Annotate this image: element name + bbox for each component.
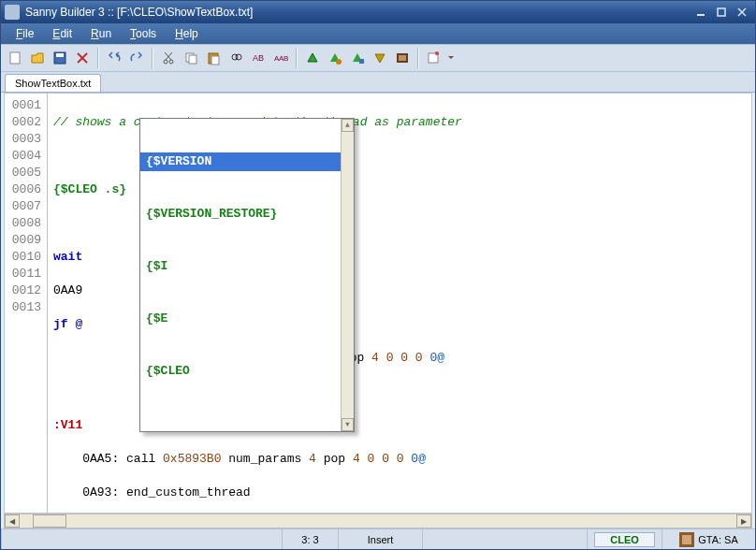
line-number: 0006: [5, 181, 41, 198]
line-number: 0003: [5, 131, 41, 148]
autocomplete-item[interactable]: {$CLEO: [140, 362, 354, 381]
options-dropdown-icon[interactable]: [446, 48, 456, 68]
code-indent: [53, 485, 82, 499]
svg-rect-4: [10, 52, 20, 64]
maximize-button[interactable]: [712, 6, 731, 19]
titlebar[interactable]: Sanny Builder 3 :: [F:\CLEO\ShowTextBox.…: [1, 1, 755, 23]
code-keyword: jf @: [53, 317, 82, 331]
code-text: num_params: [221, 452, 309, 466]
svg-point-29: [435, 51, 439, 55]
toolbar-separator: [296, 48, 298, 68]
close-button[interactable]: [733, 6, 751, 19]
code-variable: 0@: [411, 452, 426, 466]
find-button[interactable]: [225, 48, 246, 68]
code-opcode: 0A93: [82, 485, 111, 499]
toolbar-separator: [417, 48, 419, 68]
undo-button[interactable]: [104, 48, 124, 68]
svg-rect-0: [697, 14, 705, 16]
horizontal-scrollbar[interactable]: ◀ ▶: [4, 514, 752, 528]
status-cell-empty: [422, 529, 587, 549]
scroll-up-icon[interactable]: ▲: [342, 119, 354, 132]
run-game-button[interactable]: [392, 48, 413, 68]
line-number: 0011: [5, 266, 41, 282]
new-file-button[interactable]: [5, 48, 25, 68]
editor: 0001 0002 0003 0004 0005 0006 0007 0008 …: [4, 93, 752, 514]
status-cursor-position: 3: 3: [282, 529, 338, 549]
code-directive: {$CLEO .s}: [53, 182, 126, 196]
line-gutter: 0001 0002 0003 0004 0005 0006 0007 0008 …: [5, 94, 48, 513]
status-cell-empty: [1, 529, 282, 549]
statusbar: 3: 3 Insert CLEO GTA: SA: [1, 528, 755, 549]
line-number: 0012: [5, 282, 41, 299]
line-number: 0004: [5, 148, 41, 165]
options-button[interactable]: [424, 48, 444, 68]
app-icon: [5, 5, 20, 20]
save-button[interactable]: [50, 48, 70, 68]
svg-rect-25: [359, 59, 364, 64]
code-text: : call: [111, 452, 163, 466]
status-game-label: GTA: SA: [698, 534, 738, 545]
menu-edit[interactable]: Edit: [43, 25, 81, 42]
scroll-thumb[interactable]: [33, 514, 66, 528]
status-game-indicator[interactable]: GTA: SA: [662, 529, 755, 549]
scroll-right-icon[interactable]: ▶: [736, 514, 751, 528]
line-number: 0007: [5, 198, 41, 215]
autocomplete-scrollbar[interactable]: ▲ ▼: [341, 119, 354, 431]
code-opcode: 0AA5: [82, 452, 111, 466]
svg-point-9: [164, 60, 167, 64]
scroll-down-icon[interactable]: ▼: [342, 418, 354, 431]
tab-showtextbox[interactable]: ShowTextBox.txt: [5, 74, 101, 92]
svg-rect-6: [56, 53, 64, 57]
replace-button[interactable]: AB: [248, 48, 269, 68]
svg-text:B: B: [258, 53, 264, 63]
code-number: 4: [309, 452, 316, 466]
menu-run[interactable]: Run: [81, 25, 121, 42]
menu-tools[interactable]: Tools: [121, 25, 166, 42]
cut-button[interactable]: [158, 48, 179, 68]
line-number: 0009: [5, 232, 41, 249]
code-area[interactable]: // shows a custom text passed to the thr…: [48, 94, 751, 513]
code-text: : end_custom_thread: [111, 485, 250, 499]
close-file-button[interactable]: [72, 48, 93, 68]
svg-rect-27: [399, 55, 406, 61]
menu-help[interactable]: Help: [166, 25, 208, 42]
scroll-track[interactable]: [20, 514, 736, 528]
svg-point-18: [236, 54, 241, 60]
code-text: pop: [316, 452, 353, 466]
tab-bar: ShowTextBox.txt: [1, 72, 755, 93]
copy-button[interactable]: [181, 48, 201, 68]
compile-copy-button[interactable]: [347, 48, 368, 68]
menu-file[interactable]: File: [7, 25, 43, 42]
replace-all-button[interactable]: AAB: [270, 48, 291, 68]
redo-button[interactable]: [126, 48, 147, 68]
compile-button[interactable]: [325, 48, 345, 68]
menubar: File Edit Run Tools Help: [1, 23, 755, 44]
autocomplete-item[interactable]: {$VERSION: [140, 152, 354, 171]
toolbar: AB AAB: [1, 44, 755, 72]
toolbar-separator: [97, 48, 99, 68]
open-file-button[interactable]: [27, 48, 48, 68]
autocomplete-item[interactable]: {$E: [140, 310, 354, 328]
decompile-button[interactable]: [370, 48, 390, 68]
status-cleo-indicator[interactable]: CLEO: [587, 529, 662, 549]
line-number: 0005: [5, 165, 41, 181]
code-number: 4 0 0 0: [371, 351, 429, 365]
minimize-button[interactable]: [691, 6, 710, 19]
svg-line-11: [166, 52, 172, 60]
scroll-left-icon[interactable]: ◀: [5, 514, 20, 528]
line-number: 0008: [5, 215, 41, 232]
autocomplete-item[interactable]: {$I: [140, 257, 354, 276]
autocomplete-item[interactable]: {$VERSION_RESTORE}: [140, 205, 354, 224]
code-keyword: wait: [53, 250, 82, 264]
svg-rect-16: [211, 56, 219, 65]
paste-button[interactable]: [203, 48, 224, 68]
app-window: Sanny Builder 3 :: [F:\CLEO\ShowTextBox.…: [0, 0, 756, 550]
autocomplete-popup[interactable]: {$VERSION {$VERSION_RESTORE} {$I {$E {$C…: [139, 118, 355, 432]
code-opcode: 0AA9: [53, 283, 82, 297]
svg-rect-1: [718, 8, 725, 16]
code-number: 0x5893B0: [163, 452, 221, 466]
run-button[interactable]: [302, 48, 323, 68]
status-insert-mode: Insert: [338, 529, 422, 549]
code-variable: 0@: [429, 351, 444, 365]
window-title: Sanny Builder 3 :: [F:\CLEO\ShowTextBox.…: [25, 6, 690, 19]
